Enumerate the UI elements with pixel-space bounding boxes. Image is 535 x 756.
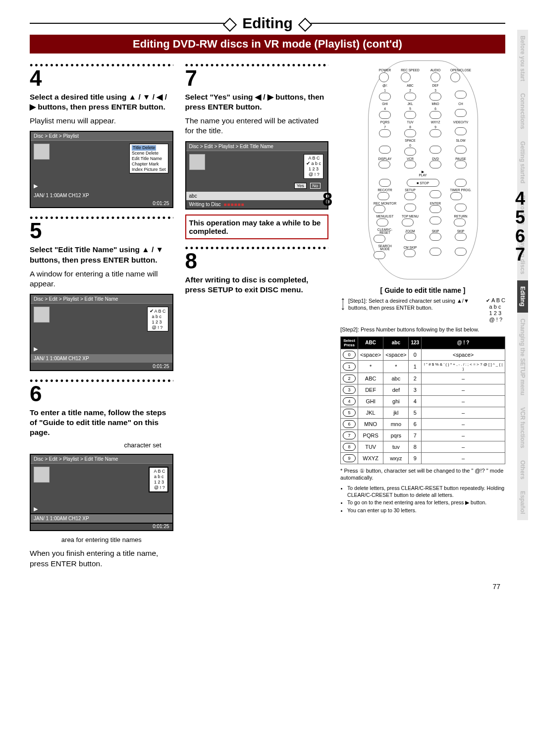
remote-callout: 4 xyxy=(515,189,525,208)
guide-title: [ Guide to edit title name ] xyxy=(340,286,505,294)
side-tab: Others xyxy=(517,454,528,486)
character-table: SelectPressABCabc123@ ! ? 0<space><space… xyxy=(340,336,505,464)
side-tab: Español xyxy=(517,485,528,520)
step-7-number: 7 xyxy=(185,67,329,89)
step-7-instruction: Select "Yes" using ◀ / ▶ buttons, then p… xyxy=(185,92,329,112)
title-info: JAN/ 1 1:00AM CH12 XP xyxy=(31,191,172,200)
updown-arrow-icon: ↑↓ xyxy=(340,297,345,324)
side-tab: Editing xyxy=(517,280,528,313)
dotted-rule: ••••••••••••••••••••••••••••••••• xyxy=(30,213,173,220)
chapter-title: Editing xyxy=(230,15,305,32)
step-6-after: When you finish entering a title name, p… xyxy=(30,548,173,568)
timecode: 0:01:25 xyxy=(31,200,172,207)
guide-step2: [Step2]: Press Number buttons following … xyxy=(340,326,505,333)
breadcrumb: Disc > Edit > Playlist > Edit Title Name xyxy=(186,142,328,151)
side-tab: Before you start xyxy=(517,30,528,87)
no-button[interactable]: No xyxy=(310,183,321,189)
title-info: JAN/ 1 1:00AM CH12 XP xyxy=(31,354,172,363)
breadcrumb: Disc > Edit > Playlist > Edit Title Name xyxy=(31,455,172,464)
remote-callout: 6 xyxy=(515,227,525,246)
dotted-rule: ••••••••••••••••••••••••••••••••• xyxy=(185,60,329,67)
side-tabs: Before you startConnectionsGetting start… xyxy=(517,30,528,520)
entry-value: abc xyxy=(186,192,328,200)
step-5-result: A window for entering a title name will … xyxy=(30,269,173,289)
dotted-rule: ••••••••••••••••••••••••••••••••• xyxy=(30,60,173,67)
remote-diagram: POWERREC SPEEDAUDIOOPEN/CLOSE@/:ABCDEF12… xyxy=(368,60,478,279)
guide-notes: To delete letters, press CLEAR/C-RESET b… xyxy=(340,485,505,514)
breadcrumb: Disc > Edit > Playlist xyxy=(31,132,172,141)
yes-button[interactable]: Yes xyxy=(294,183,307,189)
step-6-number: 6 xyxy=(30,383,173,405)
side-tab: Getting started xyxy=(517,135,528,189)
remote-callout-8: 8 xyxy=(322,189,332,210)
screenshot-edit-title-entry: Disc > Edit > Playlist > Edit Title Name… xyxy=(30,454,173,531)
play-icon xyxy=(34,506,38,512)
step-4-result: Playlist menu will appear. xyxy=(30,116,173,126)
step-5-number: 5 xyxy=(30,220,173,242)
side-tab: VCR functions xyxy=(517,401,528,454)
play-icon xyxy=(34,346,38,352)
entry-area-label: area for entering title names xyxy=(30,536,173,543)
charset-list: A B C a b c 1 2 3 @ ! ? xyxy=(304,154,323,179)
timecode: 0:01:25 xyxy=(31,523,172,530)
page-number: 77 xyxy=(30,583,505,591)
step-5-instruction: Select "Edit Title Name" using ▲ / ▼ but… xyxy=(30,245,173,265)
warning-box: This operation may take a while to be co… xyxy=(185,215,329,239)
step-8-number: 8 xyxy=(185,250,329,272)
remote-callout: 7 xyxy=(515,245,525,264)
screenshot-confirm-yes: Disc > Edit > Playlist > Edit Title Name… xyxy=(185,141,329,210)
step-4-instruction: Select a desired title using ▲ / ▼ / ◀ /… xyxy=(30,92,173,112)
chapter-banner: Editing xyxy=(30,15,505,32)
charset-list: A B C a b c 1 2 3 @ ! ? xyxy=(147,307,168,331)
play-icon xyxy=(34,183,38,189)
section-subtitle: Editing DVD-RW discs in VR mode (Playlis… xyxy=(30,35,505,54)
writing-status: Writing to Disc ■■■■■■ xyxy=(186,200,328,209)
context-menu: Title DeleteScene DeleteEdit Title NameC… xyxy=(129,144,168,173)
timecode: 0:01:25 xyxy=(31,363,172,370)
screenshot-playlist-menu: Disc > Edit > Playlist Title DeleteScene… xyxy=(30,131,173,208)
side-tab: Changing the SETUP menu xyxy=(517,313,528,401)
dotted-rule: ••••••••••••••••••••••••••••••••• xyxy=(185,243,329,250)
guide-step1: ↑↓ [Step1]: Select a desired character s… xyxy=(340,297,505,324)
progress-bar: ■■■■■■ xyxy=(223,202,244,207)
screenshot-edit-title: Disc > Edit > Playlist > Edit Title Name… xyxy=(30,294,173,371)
charset-list: A B C a b c 1 2 3 @ ! ? xyxy=(149,467,168,492)
step-6-instruction: To enter a title name, follow the steps … xyxy=(30,408,173,437)
breadcrumb: Disc > Edit > Playlist > Edit Title Name xyxy=(31,295,172,304)
side-tab: Connections xyxy=(517,87,528,135)
step-4-number: 4 xyxy=(30,67,173,89)
remote-callout: 5 xyxy=(515,208,525,227)
guide-asterisk-note: * Press ① button, character set will be … xyxy=(340,467,505,482)
step-8-instruction: After writing to disc is completed, pres… xyxy=(185,275,329,295)
entry-area: JAN/ 1 1:00AM CH12 XP xyxy=(31,514,172,523)
charset-label: character set xyxy=(30,441,161,449)
step-7-result: The name you entered will be activated f… xyxy=(185,116,329,136)
dotted-rule: ••••••••••••••••••••••••••••••••• xyxy=(30,376,173,383)
